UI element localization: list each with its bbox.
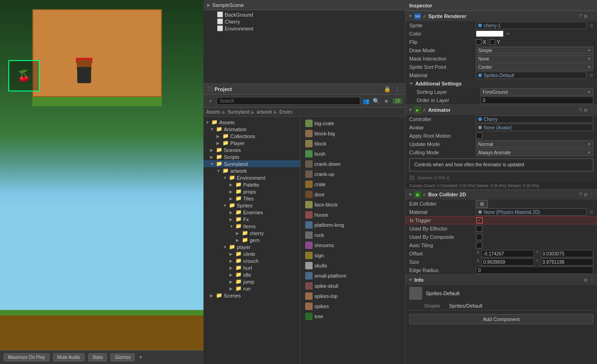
mask-interaction-dropdown[interactable]: None ▼ [476,55,593,62]
update-mode-dropdown[interactable]: Normal ▼ [476,140,593,148]
add-icon[interactable]: + [206,97,215,105]
file-item-spikes[interactable]: spikes [302,302,390,311]
order-in-layer-input[interactable] [480,97,593,104]
flip-y-option[interactable]: Y [490,39,500,45]
tree-item-crouch[interactable]: ▶ 📁 crouch [203,257,300,264]
additional-settings-header[interactable]: ▼ Additional Settings [406,79,597,88]
tree-item-sprites[interactable]: ▼ 📁 Sprites [203,202,300,209]
select-icon[interactable]: ⊙ [590,210,593,214]
used-by-composite-checkbox[interactable] [476,234,482,240]
tree-item-scripts[interactable]: ▶ 📁 Scripts [203,153,300,160]
tree-item-scenes-top[interactable]: ▶ 📁 Scenes [203,146,300,153]
maximize-on-play-button[interactable]: Maximize On Play [4,353,49,361]
file-item-crank-up[interactable]: crank-up [302,170,390,179]
tree-item-tiles[interactable]: ▶ 📁 Tiles [203,195,300,202]
tree-item-items[interactable]: ▼ 📁 Items [203,223,300,230]
file-item-platform-long[interactable]: platform-long [302,220,390,230]
controller-value[interactable]: Cherry [476,115,593,123]
tree-item-scenes-bottom[interactable]: ▶ 📁 Scenes [203,292,300,299]
select-icon[interactable]: ⊙ [590,23,593,28]
search-icon[interactable]: 🔍 [372,97,381,105]
mute-audio-button[interactable]: Mute Audio [53,353,85,361]
tree-item-fx[interactable]: ▶ 📁 Fx [203,216,300,223]
file-item-block-big[interactable]: block-big [302,129,390,138]
file-item-spikes-top[interactable]: spikes-top [302,291,390,301]
box-collider-header[interactable]: ▼ ▣ ✓ Box Collider 2D ? ⚙ ⋮ [406,189,597,200]
settings-icon[interactable]: ⚙ [584,278,588,283]
star-icon[interactable]: ★ [382,97,391,105]
hierarchy-item-cherry[interactable]: ⬜ Cherry [203,18,405,25]
color-picker[interactable] [476,30,504,37]
sprite-sort-point-dropdown[interactable]: Center ▼ [476,63,593,71]
flip-y-checkbox[interactable] [490,39,495,45]
file-item-big-crate[interactable]: big-crate [302,119,390,128]
stats-button[interactable]: Stats [88,353,107,361]
file-item-door[interactable]: door [302,190,390,199]
more-icon[interactable]: ⋮ [590,192,594,197]
tree-item-collections[interactable]: ▶ 📁 Collections [203,133,300,140]
file-item-small-platform[interactable]: small-platform [302,271,390,280]
tree-item-player[interactable]: ▼ 📁 player [203,243,300,250]
help-icon[interactable]: ? [579,14,582,19]
breadcrumb-assets[interactable]: Assets [206,109,220,115]
sprite-renderer-header[interactable]: ▼ SR ✓ Sprite Renderer ? ⚙ ⋮ [406,11,597,21]
file-item-skulls[interactable]: skulls [302,261,390,270]
tree-item-jump[interactable]: ▶ 📁 jump [203,278,300,285]
flip-x-option[interactable]: X [476,39,486,45]
file-item-shrooms[interactable]: shrooms [302,241,390,250]
breadcrumb-artwork[interactable]: artwork [257,109,272,115]
more-icon[interactable]: ⋮ [590,278,594,283]
animator-header[interactable]: ▼ ▶ ✓ Animator ? ⚙ ⋮ [406,105,597,115]
more-icon[interactable]: ⋮ [590,14,594,19]
tree-item-animation[interactable]: ▼ 📁 Animation [203,126,300,133]
used-by-effector-checkbox[interactable] [476,225,482,232]
flip-x-checkbox[interactable] [476,39,481,45]
lock-icon[interactable]: 🔒 [383,85,391,93]
settings-icon[interactable]: ⚙ [584,108,588,113]
size-x-value[interactable]: 0.9639659 [481,258,534,266]
eyedropper-icon[interactable]: ✏ [506,31,510,36]
file-item-spike-skull[interactable]: spike-skull [302,281,390,291]
auto-tiling-checkbox[interactable] [476,242,482,249]
file-item-sign[interactable]: sign [302,251,390,260]
breadcrumb-sunnyland[interactable]: Sunnyland [228,109,249,115]
tree-item-gem[interactable]: ▶ 📁 gem [203,237,300,243]
breadcrumb-enviro[interactable]: Enviro [279,109,292,115]
sorting-layer-dropdown[interactable]: ForeGround ▼ [480,88,593,96]
menu-icon[interactable]: ⋮ [393,85,401,93]
tree-item-player-anim[interactable]: ▶ 📁 Player [203,140,300,146]
edge-radius-input[interactable] [476,267,593,274]
tree-item-palette[interactable]: ▶ 📁 Palette [203,181,300,188]
file-item-face-block[interactable]: face-block [302,200,390,209]
file-item-rock[interactable]: rock [302,231,390,240]
size-y-value[interactable]: 0.9791198 [541,258,593,266]
tree-item-sunnyland[interactable]: ▼ 📁 Sunnyland [203,160,300,167]
more-icon[interactable]: ⋮ [590,108,594,113]
info-header[interactable]: ▼ Info ⚙ ⋮ [406,275,597,285]
sprite-value[interactable]: cherry-1 [476,22,587,29]
settings-icon[interactable]: ⚙ [584,192,588,197]
file-item-block[interactable]: block [302,139,390,148]
culling-mode-dropdown[interactable]: Always Animate ▼ [476,149,593,156]
offset-y-value[interactable]: 0.0303075 [541,250,593,257]
draw-mode-dropdown[interactable]: Simple ▼ [476,47,593,54]
select-icon[interactable]: ⊙ [590,73,593,78]
material-value[interactable]: Sprites-Default [476,72,587,79]
collab-icon[interactable]: 👥 [362,97,370,105]
search-input[interactable] [216,97,360,105]
is-trigger-checkbox[interactable] [476,217,483,224]
tree-item-props[interactable]: ▶ 📁 props [203,188,300,195]
material-2d-value[interactable]: None (Physics Material 2D) [476,208,587,216]
edit-collider-button[interactable]: ⊞ [476,200,488,208]
add-component-button[interactable]: Add Component [409,314,593,324]
avatar-value[interactable]: None (Avatar) [476,124,593,131]
file-item-crate[interactable]: crate [302,180,390,189]
tree-item-enemies[interactable]: ▶ 📁 Enemies [203,209,300,216]
file-item-house[interactable]: house [302,210,390,219]
tree-item-hurt[interactable]: ▶ 📁 hurt [203,264,300,271]
file-item-crank-down[interactable]: crank-down [302,159,390,169]
apply-root-motion-checkbox[interactable] [476,133,482,139]
tree-item-run[interactable]: ▶ 📁 run [203,285,300,292]
tree-item-cherry[interactable]: ▶ 📁 cherry [203,230,300,237]
tree-item-idle[interactable]: ▶ 📁 idle [203,271,300,278]
